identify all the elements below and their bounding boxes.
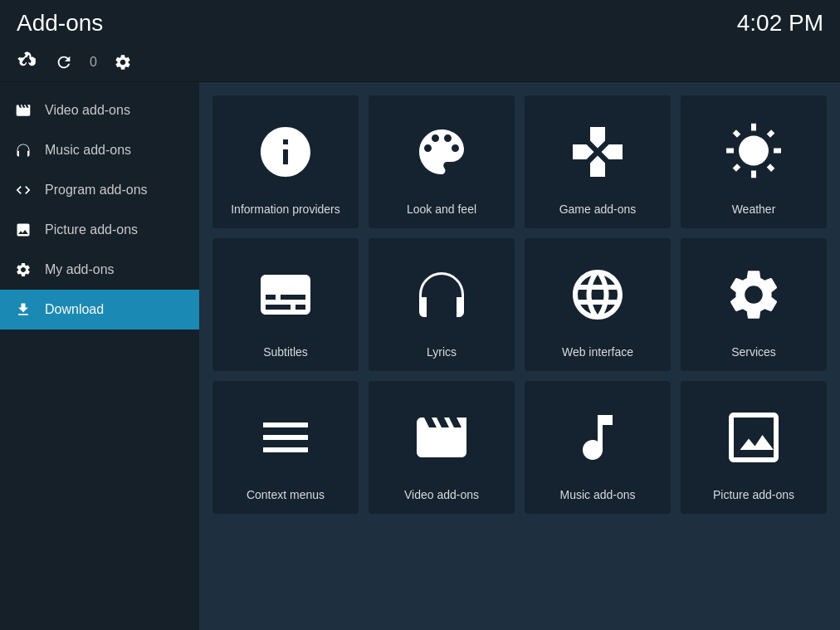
sidebar-item-program-addons[interactable]: Program add-ons bbox=[0, 170, 199, 210]
services-icon bbox=[687, 252, 820, 337]
picture-icon bbox=[13, 220, 33, 240]
lyrics-label: Lyrics bbox=[427, 345, 457, 359]
addon-icon[interactable] bbox=[13, 50, 38, 75]
lyrics-icon bbox=[375, 252, 508, 337]
context-menus-icon bbox=[219, 394, 352, 480]
sidebar-label-myaddon: My add-ons bbox=[45, 262, 115, 277]
grid-item-game-addons[interactable]: Game add-ons bbox=[525, 95, 671, 228]
sidebar-item-video-addons[interactable]: Video add-ons bbox=[0, 90, 199, 130]
context-menus-label: Context menus bbox=[247, 488, 325, 502]
sidebar: Video add-ons Music add-ons Program add-… bbox=[0, 82, 199, 630]
header: Add-ons 4:02 PM bbox=[0, 0, 840, 43]
weather-label: Weather bbox=[732, 203, 776, 217]
sidebar-item-music-addons[interactable]: Music add-ons bbox=[0, 130, 199, 170]
myaddon-icon bbox=[13, 260, 33, 280]
grid-item-music[interactable]: Music add-ons bbox=[525, 381, 671, 514]
information-providers-icon bbox=[219, 109, 352, 194]
download-icon bbox=[13, 300, 33, 320]
grid-item-picture[interactable]: Picture add-ons bbox=[681, 381, 827, 514]
sidebar-label-download: Download bbox=[45, 302, 104, 317]
headphones-icon bbox=[13, 140, 33, 160]
grid-item-look-and-feel[interactable]: Look and feel bbox=[369, 95, 515, 228]
grid-item-lyrics[interactable]: Lyrics bbox=[369, 238, 515, 371]
music-grid-label: Music add-ons bbox=[559, 488, 635, 502]
update-count: 0 bbox=[90, 55, 97, 70]
music-grid-icon bbox=[531, 394, 664, 480]
web-interface-icon bbox=[531, 252, 664, 337]
content-area: Information providers Look and feel bbox=[199, 82, 840, 630]
picture-grid-icon bbox=[687, 394, 820, 480]
grid-item-video[interactable]: Video add-ons bbox=[369, 381, 515, 514]
grid-item-web-interface[interactable]: Web interface bbox=[525, 238, 671, 371]
sidebar-label-video: Video add-ons bbox=[45, 103, 130, 118]
game-icon bbox=[531, 109, 664, 194]
program-icon bbox=[13, 180, 33, 200]
picture-grid-label: Picture add-ons bbox=[713, 488, 794, 502]
addon-grid: Information providers Look and feel bbox=[212, 95, 827, 514]
subtitles-label: Subtitles bbox=[263, 345, 308, 359]
video-grid-icon bbox=[375, 394, 508, 480]
settings-icon[interactable] bbox=[110, 50, 135, 75]
services-label: Services bbox=[731, 345, 776, 359]
look-feel-icon bbox=[375, 109, 508, 194]
video-icon bbox=[13, 100, 33, 120]
sidebar-item-picture-addons[interactable]: Picture add-ons bbox=[0, 210, 199, 250]
toolbar: 0 bbox=[0, 43, 840, 82]
look-feel-label: Look and feel bbox=[407, 203, 476, 217]
main-layout: Video add-ons Music add-ons Program add-… bbox=[0, 82, 840, 630]
grid-item-context-menus[interactable]: Context menus bbox=[212, 381, 359, 514]
weather-icon bbox=[687, 109, 820, 194]
sidebar-label-music: Music add-ons bbox=[45, 143, 131, 158]
sidebar-label-picture: Picture add-ons bbox=[45, 222, 138, 237]
web-interface-label: Web interface bbox=[562, 345, 633, 359]
grid-item-weather[interactable]: Weather bbox=[681, 95, 827, 228]
clock: 4:02 PM bbox=[737, 10, 823, 37]
refresh-icon[interactable] bbox=[51, 50, 76, 75]
grid-item-subtitles[interactable]: Subtitles bbox=[212, 238, 359, 371]
sidebar-item-my-addons[interactable]: My add-ons bbox=[0, 250, 199, 290]
information-providers-label: Information providers bbox=[231, 203, 340, 217]
grid-item-information-providers[interactable]: Information providers bbox=[212, 95, 359, 228]
video-grid-label: Video add-ons bbox=[404, 488, 479, 502]
sidebar-label-program: Program add-ons bbox=[45, 183, 148, 198]
page-title: Add-ons bbox=[17, 10, 103, 37]
game-addons-label: Game add-ons bbox=[559, 203, 637, 217]
subtitles-icon bbox=[219, 252, 352, 337]
grid-item-services[interactable]: Services bbox=[681, 238, 827, 371]
sidebar-item-download[interactable]: Download bbox=[0, 290, 199, 330]
